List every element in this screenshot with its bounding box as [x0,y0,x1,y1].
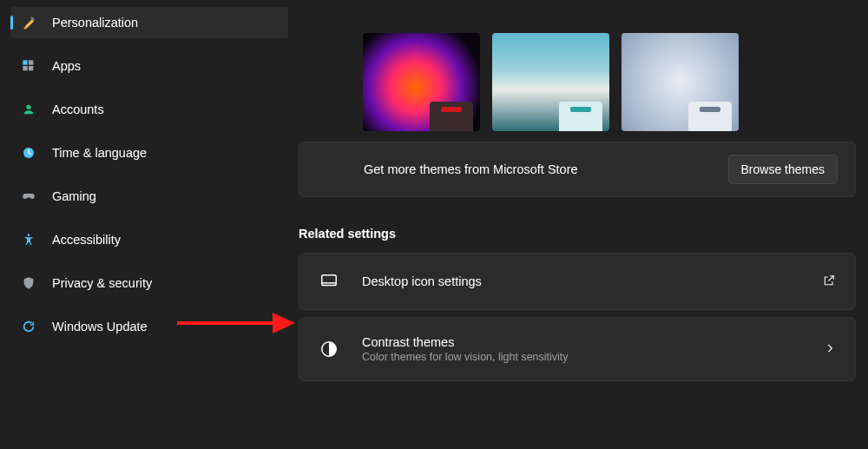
chevron-right-icon [824,342,836,357]
row-subtitle: Color themes for low vision, light sensi… [362,351,824,363]
sidebar-item-accessibility[interactable]: Accessibility [10,224,288,255]
svg-point-6 [28,234,30,236]
sidebar-item-apps[interactable]: Apps [10,50,288,82]
svg-rect-7 [322,275,337,286]
desktop-icon-settings-row[interactable]: Desktop icon settings [299,253,856,310]
sidebar-item-gaming[interactable]: Gaming [10,181,288,212]
row-title: Desktop icon settings [362,274,822,288]
browse-themes-button[interactable]: Browse themes [728,155,838,184]
gamepad-icon [21,188,36,204]
sidebar-item-label: Accessibility [52,233,121,247]
sidebar-item-label: Windows Update [52,320,148,333]
content-area: Get more themes from Microsoft Store Bro… [299,0,868,449]
sidebar-item-label: Personalization [52,16,138,30]
store-text: Get more themes from Microsoft Store [364,161,578,178]
sidebar: Personalization Apps Accounts Time & lan… [0,0,299,449]
sidebar-item-label: Gaming [52,189,96,203]
sidebar-item-label: Time & language [52,146,147,160]
theme-thumb[interactable] [492,33,609,131]
sidebar-item-privacy[interactable]: Privacy & security [10,267,288,299]
paintbrush-icon [21,15,36,30]
sidebar-item-windows-update[interactable]: Windows Update [10,311,288,342]
svg-rect-0 [23,60,27,64]
monitor-icon [319,271,339,292]
sidebar-item-personalization[interactable]: Personalization [10,7,288,38]
svg-rect-1 [29,60,33,64]
sidebar-item-label: Privacy & security [52,276,152,290]
row-title: Contrast themes [362,335,824,349]
sidebar-item-label: Accounts [52,102,104,116]
apps-icon [21,58,36,74]
sidebar-item-time-language[interactable]: Time & language [10,137,288,168]
sidebar-item-label: Apps [52,59,81,73]
theme-thumb[interactable] [621,33,739,131]
store-card: Get more themes from Microsoft Store Bro… [299,142,856,197]
person-icon [21,102,36,117]
theme-thumb[interactable] [363,33,480,131]
contrast-themes-row[interactable]: Contrast themes Color themes for low vis… [299,317,856,381]
update-icon [21,319,36,334]
svg-rect-3 [29,66,33,70]
contrast-icon [319,339,339,360]
svg-rect-2 [23,66,27,70]
section-title: Related settings [299,227,856,241]
shield-icon [21,275,36,291]
accessibility-icon [21,232,36,248]
open-external-icon [822,274,836,290]
sidebar-item-accounts[interactable]: Accounts [10,94,288,125]
svg-point-4 [26,105,30,109]
clock-globe-icon [21,145,36,161]
theme-row [363,33,856,131]
